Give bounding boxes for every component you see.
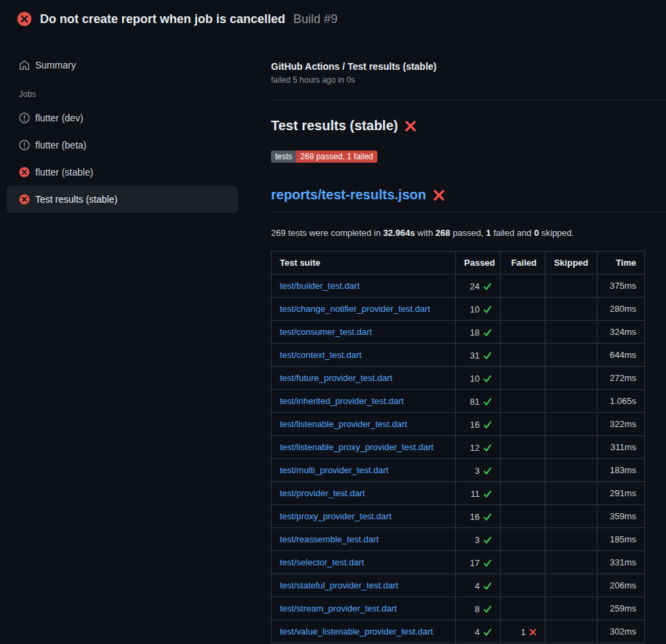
column-header: Skipped <box>545 251 598 275</box>
suite-link[interactable]: test/inherited_provider_test.dart <box>280 396 404 406</box>
check-icon <box>483 582 492 590</box>
check-icon <box>483 559 492 567</box>
failed-cell <box>501 505 545 528</box>
skipped-cell <box>545 321 598 344</box>
failed-cell <box>501 390 545 413</box>
summary-text: 269 tests were completed in 32.964s with… <box>271 228 666 238</box>
page-layout: Summary Jobs flutter (dev)flutter (beta)… <box>0 38 666 643</box>
check-icon <box>483 443 492 452</box>
failed-cell <box>501 459 545 482</box>
suite-link[interactable]: test/multi_provider_test.dart <box>280 465 388 475</box>
failed-cell <box>501 597 545 620</box>
passed-cell: 31 <box>456 344 501 367</box>
suite-cell: test/builder_test.dart <box>272 275 456 298</box>
time-cell: 185ms <box>598 528 645 551</box>
x-icon <box>529 628 537 636</box>
check-icon <box>483 536 492 544</box>
suite-cell: test/consumer_test.dart <box>272 321 456 344</box>
summary-part: skipped. <box>539 228 574 238</box>
suite-link[interactable]: test/future_provider_test.dart <box>280 373 392 383</box>
x-circle-icon <box>19 194 30 205</box>
build-header: Do not create report when job is cancell… <box>0 0 666 38</box>
failed-cell: 1 <box>501 620 545 643</box>
suite-cell: test/value_listenable_provider_test.dart <box>272 620 456 643</box>
sidebar-item-job[interactable]: flutter (beta) <box>7 132 238 159</box>
job-label: flutter (stable) <box>35 167 93 178</box>
suite-link[interactable]: test/builder_test.dart <box>280 281 360 291</box>
table-row: test/context_test.dart31644ms <box>272 344 645 367</box>
summary-part: failed and <box>491 228 535 238</box>
suite-cell: test/proxy_provider_test.dart <box>272 505 456 528</box>
passed-cell: 17 <box>456 551 501 574</box>
suite-link[interactable]: test/listenable_proxy_provider_test.dart <box>280 442 434 452</box>
column-header: Test suite <box>272 251 456 275</box>
failed-cell <box>501 298 545 321</box>
suite-link[interactable]: test/reassemble_test.dart <box>280 534 379 544</box>
failed-x-icon <box>404 120 417 132</box>
suite-link[interactable]: test/context_test.dart <box>280 350 362 360</box>
report-title: reports/test-results.json <box>271 187 666 212</box>
passed-cell: 12 <box>456 436 501 459</box>
column-header: Time <box>598 251 645 275</box>
table-row: test/provider_test.dart11291ms <box>272 482 645 505</box>
summary-part: passed, <box>451 228 486 238</box>
suite-link[interactable]: test/stream_provider_test.dart <box>280 603 397 613</box>
tests-badge: tests 268 passed, 1 failed <box>271 150 377 163</box>
suite-cell: test/reassemble_test.dart <box>272 528 456 551</box>
summary-part: 269 tests were completed in <box>271 228 383 238</box>
table-row: test/multi_provider_test.dart3183ms <box>272 459 645 482</box>
summary-part: 268 <box>436 228 451 238</box>
check-icon <box>483 605 492 613</box>
check-icon <box>483 628 492 637</box>
suite-link[interactable]: test/change_notifier_provider_test.dart <box>280 304 430 314</box>
passed-cell: 11 <box>456 482 501 505</box>
sidebar-item-job[interactable]: flutter (stable) <box>7 159 238 186</box>
summary-part: with <box>415 228 435 238</box>
failed-status-icon <box>17 12 32 26</box>
table-row: test/builder_test.dart24375ms <box>272 275 645 298</box>
suite-cell: test/stream_provider_test.dart <box>272 597 456 620</box>
check-icon <box>483 512 492 521</box>
table-row: test/consumer_test.dart18324ms <box>272 321 645 344</box>
skipped-cell <box>545 459 598 482</box>
failed-cell <box>501 436 545 459</box>
skipped-cell <box>545 275 598 298</box>
report-link[interactable]: reports/test-results.json <box>271 187 426 203</box>
suite-link[interactable]: test/consumer_test.dart <box>280 327 372 337</box>
skipped-cell <box>545 436 598 459</box>
badge-row: tests 268 passed, 1 failed <box>271 150 666 163</box>
check-icon <box>483 374 492 383</box>
alert-circle-icon <box>19 113 30 123</box>
table-header-row: Test suitePassedFailedSkippedTime <box>272 251 645 275</box>
run-status-line: failed 5 hours ago in 0s <box>271 75 666 85</box>
results-table: Test suitePassedFailedSkippedTime test/b… <box>271 251 645 643</box>
check-icon <box>483 420 492 429</box>
suite-link[interactable]: test/listenable_provider_test.dart <box>280 419 407 429</box>
main-content: GitHub Actions / Test results (stable) f… <box>260 38 666 643</box>
badge-value: 268 passed, 1 failed <box>296 150 377 163</box>
check-icon <box>483 466 492 475</box>
job-label: flutter (dev) <box>35 113 83 123</box>
sidebar-item-job[interactable]: Test results (stable) <box>7 186 238 213</box>
suite-link[interactable]: test/proxy_provider_test.dart <box>280 511 392 521</box>
failed-cell <box>501 482 545 505</box>
sidebar-item-job[interactable]: flutter (dev) <box>7 104 238 132</box>
skipped-cell <box>545 528 598 551</box>
time-cell: 644ms <box>598 344 645 367</box>
skipped-cell <box>545 482 598 505</box>
suite-link[interactable]: test/stateful_provider_test.dart <box>280 580 398 590</box>
sidebar-item-summary[interactable]: Summary <box>7 52 238 79</box>
x-circle-icon <box>19 167 30 178</box>
time-cell: 1.065s <box>598 390 645 413</box>
suite-link[interactable]: test/value_listenable_provider_test.dart <box>280 626 433 637</box>
skipped-cell <box>545 367 598 390</box>
failed-cell <box>501 367 545 390</box>
job-label: flutter (beta) <box>35 140 86 150</box>
suite-cell: test/change_notifier_provider_test.dart <box>272 298 456 321</box>
table-row: test/reassemble_test.dart3185ms <box>272 528 645 551</box>
time-cell: 331ms <box>598 551 645 574</box>
suite-link[interactable]: test/provider_test.dart <box>280 488 365 498</box>
suite-link[interactable]: test/selector_test.dart <box>280 557 364 567</box>
time-cell: 291ms <box>598 482 645 505</box>
failed-cell <box>501 344 545 367</box>
